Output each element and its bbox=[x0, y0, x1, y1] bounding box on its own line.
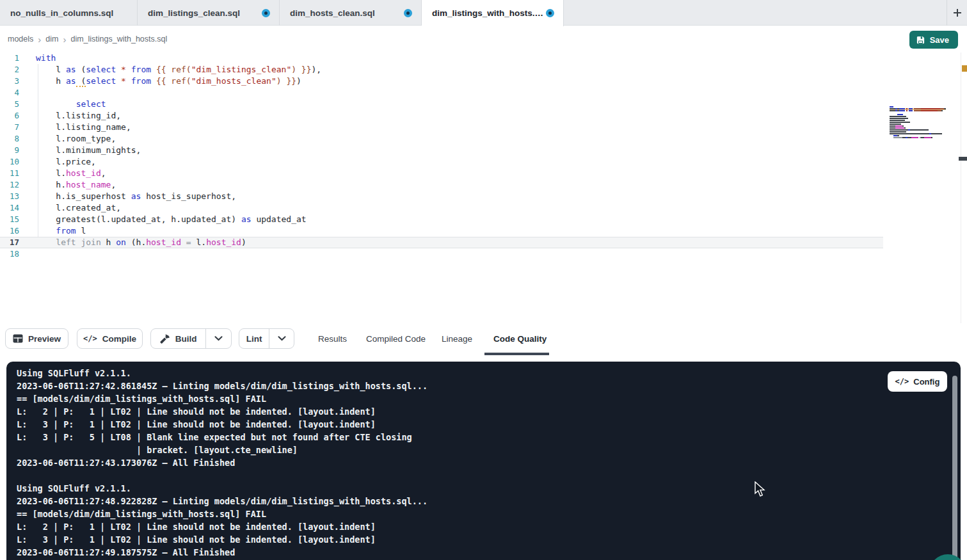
code-line[interactable]: 10 l.price, bbox=[0, 156, 883, 168]
chevron-down-icon bbox=[278, 336, 286, 341]
code-line[interactable]: 8 l.room_type, bbox=[0, 133, 883, 145]
tab-dim_listings_clean-sql[interactable]: dim_listings_clean.sql bbox=[138, 0, 280, 26]
terminal-scrollbar[interactable] bbox=[952, 376, 957, 560]
save-button[interactable]: Save bbox=[909, 31, 958, 49]
code-text: l.listing_id, bbox=[36, 110, 121, 122]
code-line[interactable]: 16 from l bbox=[0, 225, 883, 237]
code-line[interactable]: 14 l.created_at, bbox=[0, 202, 883, 214]
minimap[interactable] bbox=[890, 106, 946, 141]
compile-button[interactable]: </> Compile bbox=[77, 328, 143, 349]
code-line[interactable]: 11 l.host_id, bbox=[0, 168, 883, 179]
tab-label: dim_hosts_clean.sql bbox=[290, 8, 375, 18]
line-number: 10 bbox=[0, 156, 19, 168]
code-line[interactable]: 18 bbox=[0, 248, 883, 260]
preview-button-label: Preview bbox=[28, 334, 61, 344]
code-lines: 1with2 l as (select * from {{ ref("dim_l… bbox=[0, 52, 883, 260]
code-text: h.host_name, bbox=[36, 179, 116, 191]
line-number: 14 bbox=[0, 202, 19, 214]
code-line[interactable]: 15 greatest(l.updated_at, h.updated_at) … bbox=[0, 214, 883, 225]
line-number: 12 bbox=[0, 179, 19, 191]
terminal-output: Using SQLFluff v2.1.1. 2023-06-06T11:27:… bbox=[17, 367, 428, 559]
plus-icon bbox=[952, 8, 963, 18]
line-number: 6 bbox=[0, 110, 19, 122]
code-text: h as (select * from {{ ref("dim_hosts_cl… bbox=[36, 76, 301, 87]
code-editor[interactable]: 1with2 l as (select * from {{ ref("dim_l… bbox=[0, 52, 967, 323]
code-text: from l bbox=[36, 225, 86, 237]
new-tab-button[interactable] bbox=[947, 0, 967, 26]
code-text: greatest(l.updated_at, h.updated_at) as … bbox=[36, 214, 307, 225]
active-tab-underline bbox=[484, 353, 549, 355]
code-text: select bbox=[36, 99, 106, 110]
code-text: l as (select * from {{ ref("dim_listings… bbox=[36, 64, 321, 76]
line-number: 3 bbox=[0, 76, 19, 87]
line-number: 1 bbox=[0, 52, 19, 64]
code-icon: </> bbox=[895, 377, 909, 386]
minimap-line bbox=[890, 139, 946, 141]
lint-button[interactable]: Lint bbox=[239, 329, 269, 348]
code-text: with bbox=[36, 52, 56, 64]
tab-label: dim_listings_clean.sql bbox=[148, 8, 240, 18]
code-line[interactable]: 9 l.minimum_nights, bbox=[0, 145, 883, 156]
breadcrumb-item-file: dim_listings_with_hosts.sql bbox=[70, 35, 167, 44]
config-button[interactable]: </> Config bbox=[888, 371, 947, 392]
code-line[interactable]: 3 h as (select * from {{ ref("dim_hosts_… bbox=[0, 76, 883, 87]
tab-compiled-code[interactable]: Compiled Code bbox=[366, 328, 426, 350]
code-line[interactable]: 6 l.listing_id, bbox=[0, 110, 883, 122]
open-file-tabs: no_nulls_in_columns.sqldim_listings_clea… bbox=[0, 0, 564, 26]
modified-dot-icon[interactable] bbox=[404, 9, 412, 17]
line-number: 2 bbox=[0, 64, 19, 76]
build-button-label: Build bbox=[175, 334, 197, 344]
modified-dot-icon[interactable] bbox=[546, 9, 554, 17]
code-line[interactable]: 17 left join h on (h.host_id = l.host_id… bbox=[0, 237, 883, 248]
code-text: l.host_id, bbox=[36, 168, 106, 179]
editor-scrollbar-track[interactable] bbox=[961, 52, 961, 323]
tab-label: dim_listings_with_hosts.sql bbox=[432, 8, 546, 18]
line-number: 9 bbox=[0, 145, 19, 156]
code-line[interactable]: 13 h.is_superhost as host_is_superhost, bbox=[0, 191, 883, 202]
code-line[interactable]: 5 select bbox=[0, 99, 883, 110]
code-line[interactable]: 7 l.listing_name, bbox=[0, 122, 883, 133]
modified-dot-icon[interactable] bbox=[262, 9, 270, 17]
code-line[interactable]: 12 h.host_name, bbox=[0, 179, 883, 191]
lint-warning-marker[interactable] bbox=[962, 65, 967, 72]
build-dropdown-button[interactable] bbox=[205, 329, 231, 348]
tab-dim_listings_with_hosts-sql[interactable]: dim_listings_with_hosts.sql bbox=[422, 0, 564, 26]
line-number: 7 bbox=[0, 122, 19, 133]
code-line[interactable]: 4 bbox=[0, 87, 883, 99]
line-number: 16 bbox=[0, 225, 19, 237]
lint-button-label: Lint bbox=[246, 334, 262, 344]
chevron-right-icon: › bbox=[38, 34, 41, 45]
code-text: l.room_type, bbox=[36, 133, 116, 145]
line-number: 15 bbox=[0, 214, 19, 225]
tab-results[interactable]: Results bbox=[318, 328, 347, 350]
chevron-down-icon bbox=[214, 336, 223, 341]
code-line[interactable]: 1with bbox=[0, 52, 883, 64]
ide-window: no_nulls_in_columns.sqldim_listings_clea… bbox=[0, 0, 967, 560]
tab-label: no_nulls_in_columns.sql bbox=[10, 8, 113, 18]
code-line[interactable]: 2 l as (select * from {{ ref("dim_listin… bbox=[0, 64, 883, 76]
code-text: l.minimum_nights, bbox=[36, 145, 141, 156]
tab-code-quality[interactable]: Code Quality bbox=[493, 328, 547, 350]
code-text: l.created_at, bbox=[36, 202, 121, 214]
preview-button[interactable]: Preview bbox=[5, 328, 68, 349]
chevron-right-icon: › bbox=[63, 34, 66, 45]
line-number: 13 bbox=[0, 191, 19, 202]
tab-bar-filler bbox=[564, 0, 947, 26]
line-number: 5 bbox=[0, 99, 19, 110]
tab-lineage[interactable]: Lineage bbox=[442, 328, 472, 350]
line-number: 17 bbox=[0, 237, 19, 248]
lint-dropdown-button[interactable] bbox=[269, 329, 294, 348]
table-icon bbox=[13, 334, 23, 343]
scroll-position-marker[interactable] bbox=[959, 157, 967, 161]
tab-no_nulls_in_columns-sql[interactable]: no_nulls_in_columns.sql bbox=[0, 0, 138, 26]
compile-button-label: Compile bbox=[102, 334, 136, 344]
breadcrumb: models › dim › dim_listings_with_hosts.s… bbox=[8, 26, 167, 52]
build-button-group: Build bbox=[150, 328, 232, 349]
build-button[interactable]: Build bbox=[151, 329, 205, 348]
hammer-icon bbox=[160, 333, 170, 344]
action-toolbar: Preview </> Compile Build Lint bbox=[0, 323, 967, 362]
line-number: 8 bbox=[0, 133, 19, 145]
tab-dim_hosts_clean-sql[interactable]: dim_hosts_clean.sql bbox=[280, 0, 422, 26]
breadcrumb-bar: models › dim › dim_listings_with_hosts.s… bbox=[0, 26, 967, 52]
config-button-label: Config bbox=[913, 377, 939, 387]
